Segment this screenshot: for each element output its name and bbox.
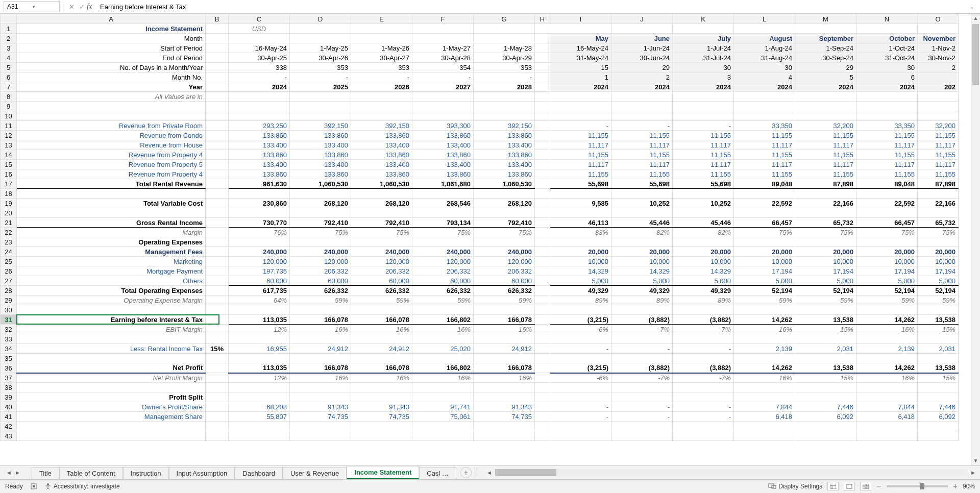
cell-L21[interactable]: 66,457 bbox=[734, 218, 795, 228]
cell-O42[interactable] bbox=[918, 422, 959, 431]
cell-F38[interactable] bbox=[412, 383, 474, 392]
cell-D37[interactable]: 16% bbox=[290, 373, 351, 383]
cell-M16[interactable]: 11,155 bbox=[795, 169, 856, 179]
cell-H4[interactable] bbox=[535, 53, 550, 63]
cell-I2[interactable]: May bbox=[550, 34, 611, 43]
cell-A12[interactable]: Revenue from Condo bbox=[17, 131, 206, 140]
cell-L35[interactable] bbox=[734, 354, 795, 363]
cell-K18[interactable] bbox=[673, 189, 734, 199]
cell-K37[interactable]: -7% bbox=[673, 373, 734, 383]
cell-M35[interactable] bbox=[795, 354, 856, 363]
sheet-tab-title[interactable]: Title bbox=[32, 467, 59, 479]
cell-H28[interactable] bbox=[535, 286, 550, 295]
cell-I29[interactable]: 89% bbox=[550, 295, 611, 305]
cell-I32[interactable]: -6% bbox=[550, 325, 611, 334]
cell-E22[interactable]: 75% bbox=[351, 228, 412, 237]
cell-J41[interactable]: - bbox=[611, 412, 673, 422]
cell-H36[interactable] bbox=[535, 363, 550, 373]
cell-L42[interactable] bbox=[734, 422, 795, 431]
cell-C21[interactable]: 730,770 bbox=[229, 218, 290, 228]
cell-N18[interactable] bbox=[856, 189, 918, 199]
cell-K17[interactable]: 55,698 bbox=[673, 179, 734, 189]
cell-D36[interactable]: 166,078 bbox=[290, 363, 351, 373]
cell-J28[interactable]: 49,329 bbox=[611, 286, 673, 295]
cell-L30[interactable] bbox=[734, 305, 795, 315]
cell-O35[interactable] bbox=[918, 354, 959, 363]
cell-M29[interactable]: 59% bbox=[795, 295, 856, 305]
col-header-J[interactable]: J bbox=[611, 14, 673, 24]
cell-F10[interactable] bbox=[412, 111, 474, 121]
cell-J40[interactable]: - bbox=[611, 402, 673, 412]
cell-K41[interactable]: - bbox=[673, 412, 734, 422]
cell-B21[interactable] bbox=[206, 218, 229, 228]
row-header-23[interactable]: 23 bbox=[1, 237, 17, 247]
cell-K31[interactable]: (3,882) bbox=[673, 315, 734, 325]
cell-A31[interactable]: Earning before Interest & Tax bbox=[17, 315, 206, 325]
cell-M33[interactable] bbox=[795, 334, 856, 344]
cell-A28[interactable]: Total Operating Expenses bbox=[17, 286, 206, 295]
cell-H10[interactable] bbox=[535, 111, 550, 121]
cell-A13[interactable]: Revenue from House bbox=[17, 140, 206, 150]
cell-I26[interactable]: 14,329 bbox=[550, 266, 611, 276]
cell-N19[interactable]: 22,592 bbox=[856, 199, 918, 208]
cell-D32[interactable]: 16% bbox=[290, 325, 351, 334]
cell-K38[interactable] bbox=[673, 383, 734, 392]
cell-G11[interactable]: 392,150 bbox=[474, 121, 535, 131]
cell-M23[interactable] bbox=[795, 237, 856, 247]
cell-I30[interactable] bbox=[550, 305, 611, 315]
cell-O41[interactable]: 6,092 bbox=[918, 412, 959, 422]
cell-D30[interactable] bbox=[290, 305, 351, 315]
cell-K21[interactable]: 45,446 bbox=[673, 218, 734, 228]
col-header-H[interactable]: H bbox=[535, 14, 550, 24]
sheet-tab-instruction[interactable]: Instruction bbox=[123, 467, 169, 479]
hscroll-track[interactable] bbox=[495, 469, 967, 476]
cell-I17[interactable]: 55,698 bbox=[550, 179, 611, 189]
col-header-A[interactable]: A bbox=[17, 14, 206, 24]
cell-M31[interactable]: 13,538 bbox=[795, 315, 856, 325]
row-header-35[interactable]: 35 bbox=[1, 354, 17, 363]
cell-N38[interactable] bbox=[856, 383, 918, 392]
cell-D10[interactable] bbox=[290, 111, 351, 121]
cell-O40[interactable]: 7,446 bbox=[918, 402, 959, 412]
fx-icon[interactable]: fx bbox=[87, 3, 92, 11]
cell-L13[interactable]: 11,117 bbox=[734, 140, 795, 150]
cell-I18[interactable] bbox=[550, 189, 611, 199]
cell-N12[interactable]: 11,155 bbox=[856, 131, 918, 140]
cell-G26[interactable]: 206,332 bbox=[474, 266, 535, 276]
cell-K4[interactable]: 31-Jul-24 bbox=[673, 53, 734, 63]
cell-C25[interactable]: 120,000 bbox=[229, 257, 290, 266]
cell-E33[interactable] bbox=[351, 334, 412, 344]
cell-C32[interactable]: 12% bbox=[229, 325, 290, 334]
cell-E40[interactable]: 91,343 bbox=[351, 402, 412, 412]
cell-F21[interactable]: 793,134 bbox=[412, 218, 474, 228]
cell-M40[interactable]: 7,446 bbox=[795, 402, 856, 412]
macro-record-icon[interactable] bbox=[30, 483, 37, 490]
cell-L18[interactable] bbox=[734, 189, 795, 199]
cell-L38[interactable] bbox=[734, 383, 795, 392]
cell-J24[interactable]: 20,000 bbox=[611, 247, 673, 257]
cell-J15[interactable]: 11,117 bbox=[611, 160, 673, 169]
col-header-I[interactable]: I bbox=[550, 14, 611, 24]
cell-H15[interactable] bbox=[535, 160, 550, 169]
cell-A5[interactable]: No. of Days in a Month/Year bbox=[17, 63, 206, 72]
cell-M11[interactable]: 32,200 bbox=[795, 121, 856, 131]
row-header-38[interactable]: 38 bbox=[1, 383, 17, 392]
cell-M19[interactable]: 22,166 bbox=[795, 199, 856, 208]
cell-N35[interactable] bbox=[856, 354, 918, 363]
cell-K22[interactable]: 82% bbox=[673, 228, 734, 237]
cell-C27[interactable]: 60,000 bbox=[229, 276, 290, 286]
cell-C34[interactable]: 16,955 bbox=[229, 344, 290, 354]
cell-A15[interactable]: Revenue from Property 5 bbox=[17, 160, 206, 169]
cell-N29[interactable]: 59% bbox=[856, 295, 918, 305]
cell-I6[interactable]: 1 bbox=[550, 72, 611, 82]
cell-O32[interactable]: 15% bbox=[918, 325, 959, 334]
cell-C24[interactable]: 240,000 bbox=[229, 247, 290, 257]
cell-F8[interactable] bbox=[412, 92, 474, 102]
cell-G38[interactable] bbox=[474, 383, 535, 392]
cell-M8[interactable] bbox=[795, 92, 856, 102]
cell-A4[interactable]: End of Period bbox=[17, 53, 206, 63]
cell-F34[interactable]: 25,020 bbox=[412, 344, 474, 354]
cell-O34[interactable]: 2,031 bbox=[918, 344, 959, 354]
accessibility-status[interactable]: Accessibility: Investigate bbox=[44, 483, 120, 490]
cell-B3[interactable] bbox=[206, 43, 229, 53]
